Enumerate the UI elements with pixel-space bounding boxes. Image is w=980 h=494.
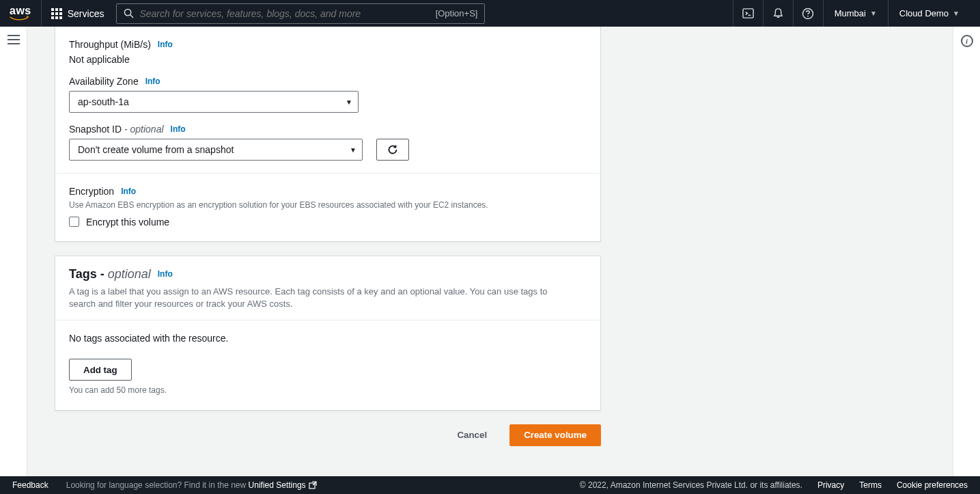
cloudshell-button[interactable]: [733, 0, 763, 27]
checkbox-icon: [69, 217, 79, 227]
encrypt-volume-label: Encrypt this volume: [86, 217, 169, 228]
cancel-button[interactable]: Cancel: [443, 424, 501, 446]
toggle-nav-button[interactable]: [8, 35, 20, 44]
search-icon: [124, 8, 134, 18]
lang-hint: Looking for language selection? Find it …: [66, 480, 317, 490]
tags-empty-text: No tags associated with the resource.: [69, 333, 587, 344]
encrypt-volume-checkbox[interactable]: Encrypt this volume: [69, 217, 587, 228]
unified-settings-link[interactable]: Unified Settings: [249, 480, 317, 490]
snapshot-select[interactable]: Don't create volume from a snapshot ▼: [69, 139, 363, 161]
snapshot-field: Snapshot ID - optional Info Don't create…: [69, 124, 587, 161]
search-input[interactable]: [139, 8, 435, 19]
svg-point-5: [807, 15, 809, 16]
encryption-hint: Use Amazon EBS encryption as an encrypti…: [69, 200, 587, 211]
help-icon: [802, 8, 814, 20]
az-label: Availability Zone: [69, 76, 139, 87]
help-button[interactable]: [793, 0, 823, 27]
aws-smile-icon: [10, 16, 29, 22]
notifications-button[interactable]: [763, 0, 793, 27]
tags-info-link[interactable]: Info: [158, 269, 173, 279]
volume-settings-panel: Throughput (MiB/s) Info Not applicable A…: [55, 27, 601, 242]
az-field: Availability Zone Info ap-south-1a ▼: [69, 76, 587, 113]
encryption-field: Encryption Info Use Amazon EBS encryptio…: [69, 186, 587, 228]
snapshot-select-value: Don't create volume from a snapshot: [78, 144, 234, 155]
tags-remaining-hint: You can add 50 more tags.: [69, 385, 587, 396]
privacy-link[interactable]: Privacy: [817, 480, 844, 490]
throughput-value: Not applicable: [69, 54, 587, 65]
workspace: Throughput (MiB/s) Info Not applicable A…: [0, 27, 980, 476]
terms-link[interactable]: Terms: [859, 480, 882, 490]
main-content: Throughput (MiB/s) Info Not applicable A…: [27, 27, 953, 476]
account-label: Cloud Demo: [899, 8, 949, 18]
aws-logo[interactable]: aws: [10, 0, 42, 27]
create-volume-button[interactable]: Create volume: [509, 424, 601, 446]
global-search[interactable]: [Option+S]: [116, 3, 485, 24]
help-panel-toggle[interactable]: i: [961, 35, 973, 47]
az-select[interactable]: ap-south-1a ▼: [69, 91, 359, 113]
feedback-link[interactable]: Feedback: [12, 480, 48, 490]
chevron-down-icon: ▼: [346, 98, 352, 106]
services-menu[interactable]: Services: [42, 0, 114, 27]
cookie-preferences-link[interactable]: Cookie preferences: [897, 480, 968, 490]
encryption-label: Encryption: [69, 186, 114, 197]
refresh-snapshots-button[interactable]: [376, 139, 409, 161]
snapshot-info-link[interactable]: Info: [171, 124, 186, 134]
az-select-value: ap-south-1a: [78, 96, 129, 107]
encryption-info-link[interactable]: Info: [121, 187, 136, 196]
svg-point-0: [125, 9, 131, 15]
az-info-link[interactable]: Info: [145, 77, 160, 86]
throughput-info-link[interactable]: Info: [158, 40, 173, 49]
services-label: Services: [68, 8, 104, 19]
caret-down-icon: ▼: [870, 10, 877, 17]
caret-down-icon: ▼: [953, 10, 960, 17]
top-nav: aws Services [Option+S]: [0, 0, 980, 27]
copyright: © 2022, Amazon Internet Services Private…: [580, 480, 802, 490]
left-rail: [0, 27, 27, 476]
throughput-label: Throughput (MiB/s): [69, 39, 151, 50]
snapshot-label: Snapshot ID - optional: [69, 124, 164, 135]
bell-icon: [772, 8, 784, 19]
region-selector[interactable]: Mumbai ▼: [823, 0, 888, 27]
footer: Feedback Looking for language selection?…: [0, 476, 980, 494]
refresh-icon: [387, 144, 398, 155]
right-rail: i: [953, 27, 980, 476]
cloudshell-icon: [742, 8, 754, 19]
account-menu[interactable]: Cloud Demo ▼: [888, 0, 970, 27]
services-grid-icon: [51, 8, 62, 19]
add-tag-button[interactable]: Add tag: [69, 359, 132, 381]
chevron-down-icon: ▼: [350, 146, 356, 154]
tags-description: A tag is a label that you assign to an A…: [69, 286, 574, 310]
search-shortcut: [Option+S]: [436, 8, 478, 18]
region-label: Mumbai: [835, 8, 866, 18]
tags-title: Tags - optional: [69, 267, 151, 282]
throughput-field: Throughput (MiB/s) Info Not applicable: [69, 39, 587, 65]
tags-panel: Tags - optional Info A tag is a label th…: [55, 256, 601, 411]
external-link-icon: [309, 481, 317, 489]
svg-line-1: [130, 15, 133, 18]
form-actions: Cancel Create volume: [55, 424, 601, 446]
